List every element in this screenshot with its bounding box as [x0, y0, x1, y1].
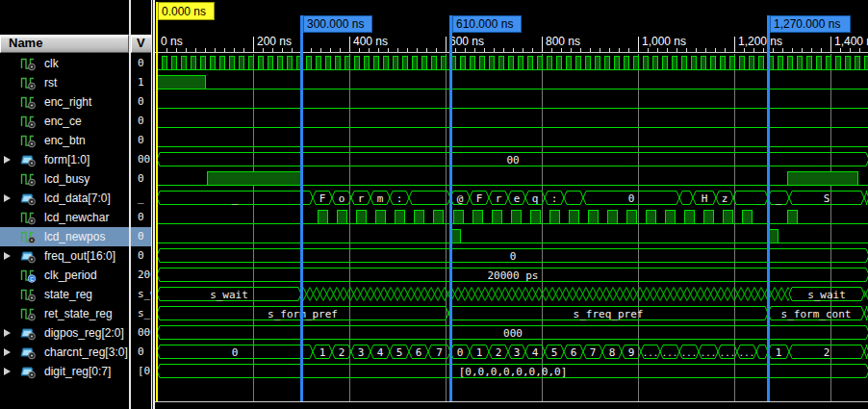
svg-text:1,270.000 ns: 1,270.000 ns: [774, 17, 840, 31]
svg-text:4: 4: [532, 346, 539, 359]
waveform-canvas[interactable]: 0 ns200 ns400 ns600 ns800 ns1,000 ns1,20…: [155, 0, 868, 409]
wave-freq-out-16-0: 0: [157, 249, 868, 263]
signal-value-lcd-newpos: 0: [131, 227, 152, 246]
expand-arrow-icon[interactable]: [4, 329, 11, 337]
signal-name: digit_reg[0:7]: [44, 365, 111, 378]
svg-text:0.000 ns: 0.000 ns: [162, 5, 206, 18]
signal-name: clk_period: [44, 268, 97, 282]
expand-arrow-icon[interactable]: [4, 348, 11, 356]
expand-arrow-icon[interactable]: [4, 368, 11, 375]
signal-value-lcd-newchar: 0: [131, 208, 152, 227]
svg-text:1: 1: [319, 346, 326, 359]
signal-name: lcd_newchar: [44, 211, 109, 224]
signal-row-enc-right[interactable]: enc_right: [0, 92, 129, 112]
signal-row-form-1-0[interactable]: form[1:0]: [0, 150, 129, 169]
signal-name: enc_ce: [44, 115, 82, 128]
waveform-panel[interactable]: 0 ns200 ns400 ns600 ns800 ns1,000 ns1,20…: [155, 0, 868, 409]
svg-text:F: F: [319, 192, 326, 205]
wave-digpos-reg-2-0: 000: [157, 326, 868, 340]
signal-row-lcd-newpos[interactable]: lcd_newpos: [0, 227, 129, 246]
svg-text:2: 2: [496, 346, 502, 359]
svg-text:3: 3: [514, 346, 521, 359]
svg-text:4: 4: [377, 346, 384, 359]
svg-text:1: 1: [476, 346, 483, 359]
bus-signal-icon: [20, 345, 37, 360]
svg-text:600 ns: 600 ns: [449, 35, 484, 48]
svg-text:m: m: [377, 192, 384, 205]
time-cursor-300-000-ns[interactable]: 300.000 ns: [302, 15, 372, 401]
svg-text:6: 6: [571, 346, 577, 359]
svg-text:610.000 ns: 610.000 ns: [456, 17, 513, 31]
bus-signal-icon: [20, 152, 37, 167]
scalar-signal-icon: [20, 229, 37, 244]
svg-text:...: ...: [643, 348, 658, 358]
signal-row-ret-state-reg[interactable]: ret_state_reg: [0, 304, 129, 323]
svg-text:s_freq_pref: s_freq_pref: [574, 308, 644, 320]
expand-arrow-icon[interactable]: [4, 156, 11, 164]
value-column-header[interactable]: V: [131, 35, 152, 53]
svg-text:H: H: [702, 192, 708, 205]
wave-lcd-data-7-0: _Form:@Freq:0Hz_S: [157, 192, 868, 205]
signal-name: lcd_data[7:0]: [44, 192, 111, 205]
svg-text:s_form_cont: s_form_cont: [781, 308, 852, 320]
signal-value-enc-right: 0: [131, 92, 152, 112]
svg-text:0: 0: [457, 346, 464, 359]
time-ruler[interactable]: 0 ns200 ns400 ns600 ns800 ns1,000 ns1,20…: [161, 35, 868, 52]
wave-lcd-newchar: [157, 211, 868, 224]
signal-name: enc_right: [44, 95, 91, 109]
svg-text:2: 2: [824, 346, 830, 359]
wave-clk: [157, 57, 868, 70]
svg-text:0: 0: [628, 192, 635, 205]
signal-row-lcd-newchar[interactable]: lcd_newchar: [0, 208, 129, 227]
signal-row-charcnt-reg-3-0[interactable]: charcnt_reg[3:0]: [0, 343, 129, 362]
svg-text:s_wait: s_wait: [807, 289, 846, 301]
signal-row-state-reg[interactable]: state_reg: [0, 285, 129, 304]
signal-row-clk[interactable]: clk: [0, 54, 129, 73]
signal-row-lcd-data-7-0[interactable]: lcd_data[7:0]: [0, 189, 129, 208]
signal-row-enc-btn[interactable]: enc_btn: [0, 131, 129, 150]
svg-text:200 ns: 200 ns: [257, 35, 292, 48]
signal-value-clk-period: 20000 ps: [131, 266, 152, 285]
time-cursor-610-000-ns[interactable]: 610.000 ns: [451, 15, 522, 401]
svg-text:0 ns: 0 ns: [161, 35, 183, 48]
signal-value-state-reg: s_wait: [131, 285, 152, 304]
svg-text:q: q: [532, 192, 539, 205]
signal-name: digpos_reg[2:0]: [44, 326, 124, 340]
scalar-signal-icon: [20, 171, 37, 187]
signal-row-freq-out-16-0[interactable]: freq_out[16:0]: [0, 246, 129, 266]
svg-text:1,200 ns: 1,200 ns: [738, 35, 782, 48]
expand-arrow-icon[interactable]: [4, 194, 11, 202]
signal-row-lcd-busy[interactable]: lcd_busy: [0, 169, 129, 189]
svg-text:0: 0: [510, 250, 517, 263]
wave-rst: [157, 76, 868, 89]
signal-row-rst[interactable]: rst: [0, 73, 129, 92]
scalar-signal-icon: [20, 133, 37, 148]
svg-text:000: 000: [503, 327, 523, 340]
svg-text::: :: [396, 192, 403, 205]
bus-signal-icon: [20, 248, 37, 264]
signal-value-form-1-0: 00: [131, 150, 152, 169]
svg-text:@: @: [457, 192, 464, 205]
expand-arrow-icon[interactable]: [4, 252, 11, 260]
svg-text:c: c: [30, 275, 34, 282]
time-cursor-1-270-000-ns[interactable]: 1,270.000 ns: [769, 15, 851, 401]
name-column-header[interactable]: Name: [0, 35, 129, 53]
signal-name: lcd_busy: [44, 172, 89, 186]
signal-row-clk-period[interactable]: cclk_period: [0, 266, 129, 285]
scalar-signal-icon: [20, 75, 37, 90]
svg-text:1: 1: [776, 346, 782, 359]
svg-text:00: 00: [506, 154, 519, 166]
scalar-signal-icon: [20, 94, 37, 110]
svg-text:S: S: [824, 192, 830, 205]
signal-value-freq-out-16-0: 0: [131, 246, 152, 266]
svg-text:20000 ps: 20000 ps: [488, 269, 539, 282]
signal-row-digit-reg-0-7[interactable]: digit_reg[0:7]: [0, 362, 129, 381]
svg-text:7: 7: [590, 346, 597, 359]
svg-text:400 ns: 400 ns: [353, 35, 388, 48]
signal-row-digpos-reg-2-0[interactable]: digpos_reg[2:0]: [0, 323, 129, 343]
svg-text:7: 7: [436, 346, 443, 359]
signal-row-enc-ce[interactable]: enc_ce: [0, 112, 129, 131]
signal-name: lcd_newpos: [44, 230, 105, 243]
constant-signal-icon: c: [20, 268, 37, 283]
bus-signal-icon: [20, 325, 37, 341]
